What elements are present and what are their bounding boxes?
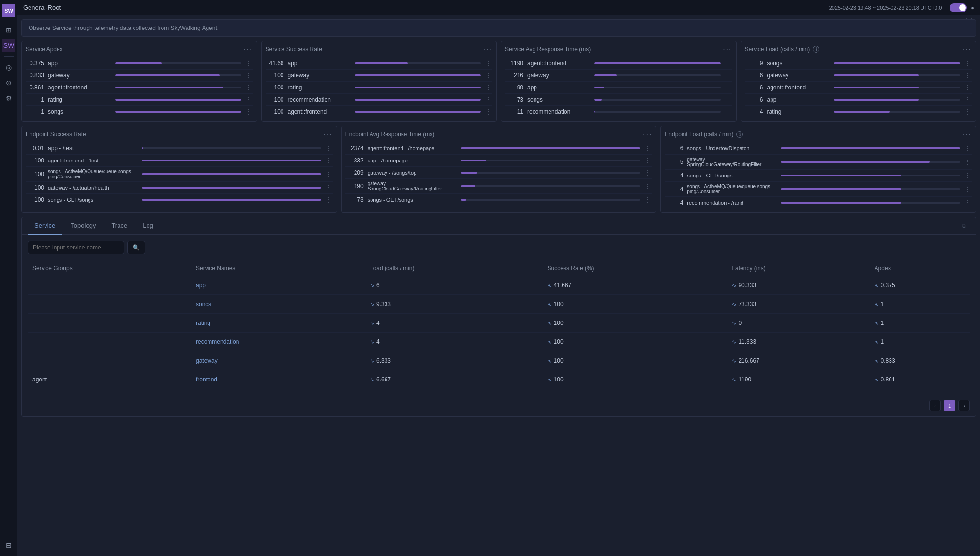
endpoint-load-card: Endpoint Load (calls / min) ℹ ··· 6 song… (660, 126, 976, 213)
tabs-header: Service Topology Trace Log ⧉ (22, 217, 976, 235)
trend-icon: ∿ (548, 377, 552, 383)
apdex-row-0: 0.375 app ⋮ (26, 58, 253, 70)
trend-icon: ∿ (875, 358, 879, 364)
sidebar-icon-grid[interactable]: ⊞ (2, 23, 15, 37)
trend-icon: ∿ (732, 301, 736, 307)
sidebar-icon-settings[interactable]: ⚙ (2, 91, 15, 105)
load-row-2: 6 agent::frontend ⋮ (745, 82, 972, 94)
next-page-button[interactable]: › (958, 400, 970, 411)
ep-load-row-3: 4 songs - ActiveMQ/Queue/queue-songs-pin… (665, 182, 972, 197)
observe-banner: Observe Service through telemetry data c… (21, 19, 976, 37)
cell-apdex: ∿1 (870, 295, 970, 314)
trend-icon: ∿ (548, 339, 552, 345)
bottom-metrics-grid: Endpoint Success Rate ··· 0.01 app - /te… (21, 126, 976, 213)
table-section: ⋮⋮ 🔍 Service Groups Service Names Load (… (22, 235, 976, 395)
service-apdex-menu[interactable]: ··· (243, 45, 252, 54)
ep-success-row-0: 0.01 app - /test ⋮ (26, 143, 333, 155)
ep-success-row-4: 100 songs - GET/songs ⋮ (26, 194, 333, 205)
trend-icon: ∿ (732, 377, 736, 383)
page-1-button[interactable]: 1 (944, 400, 955, 411)
pagination: ‹ 1 › (22, 395, 976, 416)
cell-group (28, 276, 191, 295)
tab-log[interactable]: Log (136, 217, 160, 235)
cell-group (28, 295, 191, 314)
cell-apdex: ∿0.833 (870, 351, 970, 370)
service-apdex-card: Service Apdex ··· 0.375 app ⋮ 0.833 gate… (21, 41, 257, 122)
tab-copy-icon[interactable]: ⧉ (958, 219, 970, 233)
service-response-menu[interactable]: ··· (723, 45, 732, 54)
sidebar-icon-grid2[interactable]: ⊟ (2, 539, 15, 552)
sidebar-logo: SW (2, 4, 15, 17)
prev-page-button[interactable]: ‹ (929, 400, 941, 411)
service-name-link[interactable]: rating (196, 320, 210, 326)
header-toggle[interactable] (950, 3, 967, 12)
tab-service[interactable]: Service (28, 217, 62, 235)
trend-icon: ∿ (875, 301, 879, 307)
cell-name: app (191, 276, 365, 295)
success-row-4: 100 agent::frontend ⋮ (266, 106, 493, 117)
trend-icon: ∿ (370, 339, 374, 345)
trend-icon: ∿ (548, 320, 552, 326)
endpoint-success-menu[interactable]: ··· (323, 130, 332, 139)
service-success-menu[interactable]: ··· (483, 45, 492, 54)
trend-icon: ∿ (370, 282, 374, 289)
success-row-3: 100 recommendation ⋮ (266, 94, 493, 106)
trend-icon: ∿ (548, 301, 552, 307)
ep-success-row-2: 100 songs - ActiveMQ/Queue/queue-songs-p… (26, 167, 333, 182)
table-body: app∿6∿41.667∿90.333∿0.375songs∿9.333∿100… (28, 276, 970, 389)
service-name-link[interactable]: frontend (196, 376, 217, 383)
service-table: Service Groups Service Names Load (calls… (28, 261, 970, 389)
sidebar: SW ⊞ SW ◎ ⊙ ⚙ ⊟ (0, 0, 17, 556)
service-name-link[interactable]: recommendation (196, 338, 239, 345)
tab-topology[interactable]: Topology (64, 217, 103, 235)
service-name-link[interactable]: songs (196, 301, 211, 307)
apdex-row-1: 0.833 gateway ⋮ (26, 70, 253, 82)
table-row: recommendation∿4∿100∿11.333∿1 (28, 333, 970, 351)
cell-load: ∿6.667 (365, 370, 543, 389)
tab-trace[interactable]: Trace (104, 217, 134, 235)
sidebar-divider (4, 56, 14, 57)
col-load: Load (calls / min) (365, 261, 543, 276)
resize-handle[interactable]: ⋮⋮ (965, 17, 974, 23)
trend-icon: ∿ (732, 339, 736, 345)
cell-group (28, 314, 191, 333)
col-group: Service Groups (28, 261, 191, 276)
load-row-4: 4 rating ⋮ (745, 106, 972, 117)
ep-resp-row-1: 332 app - /homepage ⋮ (345, 155, 653, 167)
ep-load-row-0: 6 songs - UndertowDispatch ⋮ (665, 143, 972, 155)
sidebar-icon-circle[interactable]: ◎ (2, 60, 15, 74)
service-load-info[interactable]: ℹ (813, 46, 819, 53)
endpoint-load-menu[interactable]: ··· (963, 130, 972, 139)
success-row-0: 41.66 app ⋮ (266, 58, 493, 70)
cell-apdex: ∿1 (870, 314, 970, 333)
apdex-row-3: 1 rating ⋮ (26, 94, 253, 106)
page-title: General-Root (23, 4, 61, 11)
cell-success: ∿100 (543, 295, 728, 314)
service-load-menu[interactable]: ··· (963, 45, 972, 54)
table-header: Service Groups Service Names Load (calls… (28, 261, 970, 276)
cell-success: ∿100 (543, 351, 728, 370)
response-row-2: 90 app ⋮ (505, 82, 732, 94)
service-name-link[interactable]: gateway (196, 357, 218, 364)
cell-latency: ∿73.333 (727, 295, 869, 314)
search-input[interactable] (28, 241, 124, 254)
cell-group: agent (28, 370, 191, 389)
cell-latency: ∿1190 (727, 370, 869, 389)
response-row-4: 11 recommendation ⋮ (505, 106, 732, 117)
search-button[interactable]: 🔍 (127, 241, 145, 254)
endpoint-load-info[interactable]: ℹ (736, 131, 743, 138)
sidebar-icon-sw[interactable]: SW (2, 39, 15, 52)
service-response-header: Service Avg Response Time (ms) ··· (505, 45, 732, 54)
trend-icon: ∿ (548, 282, 552, 289)
toggle-label: ● (971, 5, 974, 11)
cell-success: ∿100 (543, 370, 728, 389)
apdex-row-2: 0.861 agent::frontend ⋮ (26, 82, 253, 94)
ep-resp-row-2: 209 gateway - /songs/top ⋮ (345, 167, 653, 179)
sidebar-icon-dot[interactable]: ⊙ (2, 76, 15, 89)
ep-resp-row-4: 73 songs - GET/songs ⋮ (345, 194, 653, 205)
cell-name: songs (191, 295, 365, 314)
trend-icon: ∿ (875, 282, 879, 289)
trend-icon: ∿ (370, 377, 374, 383)
endpoint-response-menu[interactable]: ··· (643, 130, 652, 139)
service-name-link[interactable]: app (196, 282, 206, 289)
